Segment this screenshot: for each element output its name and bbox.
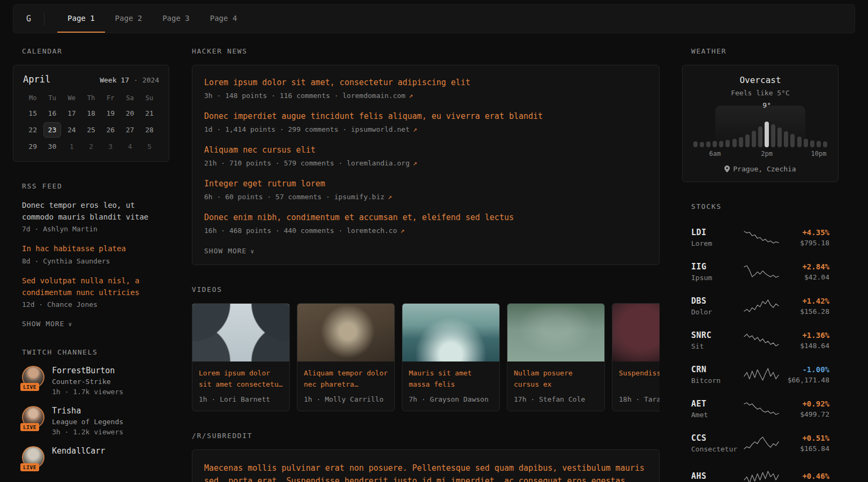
twitch-channel-row[interactable]: LIVE ForrestBurton Counter-Strike 1h · 1…	[22, 366, 160, 396]
external-link-icon[interactable]: ↗	[413, 159, 417, 167]
rss-item: In hac habitasse platea 8d · Cynthia Sau…	[22, 243, 160, 265]
video-meta: 17h · Stefan Cole	[514, 395, 598, 403]
hn-item: Donec enim nibh, condimentum et accumsan…	[204, 212, 647, 235]
rss-item-title[interactable]: Sed volutpat nulla nisl, a condimentum n…	[22, 275, 160, 298]
calendar-day: 20	[121, 106, 138, 121]
hn-item: Aliquam nec cursus elit 21h · 710 points…	[204, 145, 647, 167]
stock-row[interactable]: AET Amet +0.92% $499.72	[691, 391, 829, 426]
calendar-weekday: Sa	[120, 91, 139, 105]
external-link-icon[interactable]: ↗	[400, 227, 405, 235]
topbar-divider	[44, 12, 44, 25]
video-thumbnail[interactable]	[192, 304, 289, 362]
sparkline-chart	[743, 299, 780, 313]
stock-row[interactable]: AHS +0.46%	[691, 460, 829, 482]
calendar-weekday-row: MoTuWeThFrSaSu	[23, 91, 159, 105]
video-thumbnail[interactable]	[402, 304, 499, 362]
weather-highlight-temp: 9°	[762, 101, 771, 109]
tab-page[interactable]: Page 1	[57, 5, 105, 33]
weather-condition: Overcast	[692, 75, 828, 85]
video-info: Nullam posuere cursus ex 17h · Stefan Co…	[507, 362, 604, 411]
twitch-channel-row[interactable]: LIVE KendallCarr	[22, 446, 160, 469]
stock-change: +1.36%	[780, 331, 829, 340]
stock-price: $165.84	[780, 445, 829, 453]
stock-row[interactable]: CRN Bitcorn -1.00% $66,171.48	[691, 357, 829, 391]
hn-item-title[interactable]: Integer eget rutrum lorem	[204, 178, 647, 190]
stock-name: Sit	[691, 342, 743, 350]
calendar-day: 25	[83, 122, 100, 138]
external-link-icon[interactable]: ↗	[413, 125, 417, 133]
calendar-section-title: CALENDAR	[13, 47, 169, 55]
stock-values: -1.00% $66,171.48	[780, 365, 829, 384]
hn-item-meta-text: 16h · 468 points · 440 comments · loremt…	[204, 227, 397, 235]
stock-row[interactable]: CCS Consectetur +0.51% $165.84	[691, 426, 829, 460]
hackernews-show-more-label: SHOW MORE	[204, 247, 246, 255]
stock-name: Dolor	[691, 308, 743, 316]
stock-name: Ipsum	[691, 274, 743, 282]
video-thumbnail[interactable]	[612, 304, 660, 362]
calendar-header: April Week 17 · 2024	[23, 74, 159, 85]
video-card: Lorem ipsum dolor sit amet consectetu… 1…	[192, 303, 290, 411]
stock-id: DBS Dolor	[691, 296, 743, 316]
rss-list: Donec tempor eros leo, ut commodo mauris…	[13, 200, 169, 308]
calendar-day: 21	[141, 106, 158, 121]
stock-change: +4.35%	[780, 228, 829, 237]
calendar-weekday: Mo	[23, 91, 42, 105]
calendar-week-label: Week 17	[100, 76, 129, 84]
external-link-icon[interactable]: ↗	[388, 193, 392, 201]
hn-item: Integer eget rutrum lorem 6h · 60 points…	[204, 178, 647, 201]
stock-change: +0.46%	[780, 472, 829, 480]
video-card: Aliquam tempor dolor nec pharetra… 1h · …	[297, 303, 395, 411]
tab-page[interactable]: Page 3	[152, 5, 200, 33]
stock-row[interactable]: SNRC Sit +1.36% $148.64	[691, 323, 829, 357]
hn-item-meta-text: 1d · 1,414 points · 299 comments · ipsum…	[204, 125, 410, 133]
hackernews-show-more-button[interactable]: SHOW MORE ∨	[204, 247, 255, 255]
page-tabs: Page 1 Page 2 Page 3 Page 4	[57, 5, 247, 33]
weather-time-label: 10pm	[811, 150, 827, 157]
stock-row[interactable]: IIG Ipsum +2.84% $42.04	[691, 254, 829, 289]
video-title[interactable]: Aliquam tempor dolor nec pharetra…	[304, 368, 388, 390]
app-logo: G	[26, 14, 44, 24]
calendar-separator: ·	[133, 76, 138, 84]
rss-item-title[interactable]: Donec tempor eros leo, ut commodo mauris…	[22, 200, 160, 223]
tab-page[interactable]: Page 4	[200, 5, 248, 33]
stock-symbol: CRN	[691, 365, 743, 374]
left-column: CALENDAR April Week 17 · 2024 MoTuWeThFr…	[13, 47, 169, 482]
sparkline-chart	[743, 402, 780, 416]
stock-symbol: DBS	[691, 296, 743, 306]
video-meta: 1h · Lori Barnett	[199, 395, 283, 403]
avatar: LIVE	[22, 366, 44, 388]
twitch-channel-row[interactable]: LIVE Trisha League of Legends 3h · 1.2k …	[22, 406, 160, 436]
hn-item: Lorem ipsum dolor sit amet, consectetur …	[204, 77, 647, 100]
hn-item-title[interactable]: Donec imperdiet augue tincidunt felis al…	[204, 111, 647, 122]
subreddit-post-title[interactable]: Maecenas mollis pulvinar erat non posuer…	[204, 462, 647, 482]
channel-name: ForrestBurton	[52, 366, 123, 375]
hn-item-title[interactable]: Donec enim nibh, condimentum et accumsan…	[204, 212, 647, 223]
video-info: Mauris sit amet massa felis 7h · Grayson…	[402, 362, 499, 411]
calendar-day: 3	[102, 139, 119, 154]
stock-row[interactable]: LDI Lorem +4.35% $795.18	[691, 220, 829, 254]
video-title[interactable]: Suspendisse diam	[619, 368, 660, 390]
rss-show-more-label: SHOW MORE	[22, 320, 64, 328]
rss-item: Donec tempor eros leo, ut commodo mauris…	[22, 200, 160, 233]
stock-symbol: LDI	[691, 228, 743, 237]
video-thumbnail[interactable]	[507, 304, 604, 362]
stock-row[interactable]: DBS Dolor +1.42% $156.28	[691, 289, 829, 323]
tab-page[interactable]: Page 2	[105, 5, 153, 33]
hn-item-title[interactable]: Aliquam nec cursus elit	[204, 145, 647, 156]
stocks-list: LDI Lorem +4.35% $795.18	[682, 220, 839, 482]
stock-price: $148.64	[780, 342, 829, 350]
video-title[interactable]: Mauris sit amet massa felis	[409, 368, 493, 390]
rss-item-title[interactable]: In hac habitasse platea	[22, 243, 160, 255]
calendar-card: April Week 17 · 2024 MoTuWeThFrSaSu 1516…	[13, 65, 169, 162]
calendar-weekday: We	[62, 91, 81, 105]
video-thumbnail[interactable]	[297, 304, 394, 362]
stock-sparkline	[743, 402, 780, 416]
external-link-icon[interactable]: ↗	[409, 92, 413, 100]
stock-sparkline	[743, 367, 780, 381]
video-title[interactable]: Nullam posuere cursus ex	[514, 368, 598, 390]
hn-item-meta: 3h · 148 points · 116 comments · loremdo…	[204, 92, 647, 100]
video-title[interactable]: Lorem ipsum dolor sit amet consectetu…	[199, 368, 283, 390]
rss-show-more-button[interactable]: SHOW MORE ∨	[22, 320, 72, 328]
hn-item-title[interactable]: Lorem ipsum dolor sit amet, consectetur …	[204, 77, 647, 88]
sparkline-chart	[743, 333, 780, 347]
